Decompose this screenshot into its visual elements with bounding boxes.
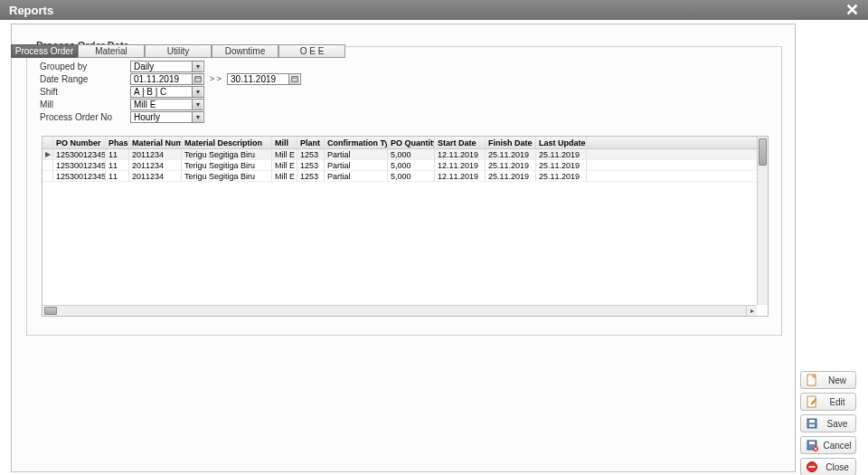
new-icon (805, 373, 819, 387)
col-material-description[interactable]: Material Description (182, 137, 272, 148)
edit-button[interactable]: Edit (800, 393, 856, 411)
grid-body: ▶125300123456112011234Terigu Segitiga Bi… (42, 149, 768, 182)
horizontal-scrollbar[interactable]: ▸ (42, 305, 757, 316)
action-buttons: New Edit Save Cancel Close (800, 371, 856, 475)
table-row[interactable]: 125300123456112011234Terigu Segitiga Bir… (42, 160, 768, 171)
cancel-icon (805, 438, 819, 452)
titlebar: Reports ✕ (0, 0, 868, 20)
tab-material[interactable]: Material (78, 44, 145, 58)
edit-icon (805, 394, 819, 409)
select-grouped-by[interactable]: Daily ▾ (130, 61, 204, 72)
close-icon[interactable]: ✕ (845, 2, 859, 18)
select-mill[interactable]: Mill E ▾ (130, 99, 204, 110)
reports-window: Reports ✕ Process Order Material Utility… (0, 0, 868, 475)
date-from-input[interactable]: 01.11.2019 (130, 73, 204, 85)
vertical-scrollbar[interactable] (757, 137, 768, 305)
label-po-no: Process Order No (40, 112, 130, 122)
filter-form: Grouped by Daily ▾ Date Range 01.11.2019 (40, 60, 301, 123)
close-button[interactable]: Close (800, 458, 856, 475)
svg-rect-0 (194, 77, 200, 82)
calendar-icon (288, 74, 299, 84)
tab-oee[interactable]: O E E (278, 44, 345, 58)
save-button[interactable]: Save (800, 414, 856, 432)
label-grouped-by: Grouped by (40, 62, 130, 71)
range-separator: > > (210, 74, 222, 83)
new-button[interactable]: New (800, 371, 856, 389)
col-mill[interactable]: Mill (272, 137, 297, 148)
col-finish-date[interactable]: Finish Date (486, 137, 536, 148)
col-plant[interactable]: Plant (297, 137, 325, 148)
col-po-quantity[interactable]: PO Quantity (388, 137, 435, 148)
tab-downtime[interactable]: Downtime (212, 44, 278, 58)
svg-rect-10 (809, 442, 815, 444)
grid-header: PO Number Phase Material Number Material… (42, 137, 768, 149)
row-indicator (42, 171, 53, 181)
process-order-fieldset: Process Order Data Grouped by Daily ▾ Da… (26, 46, 782, 336)
save-icon (805, 416, 819, 431)
window-title: Reports (9, 4, 53, 17)
chevron-down-icon: ▾ (192, 87, 203, 97)
col-phase[interactable]: Phase (106, 137, 129, 148)
svg-rect-8 (809, 424, 815, 427)
col-material-number[interactable]: Material Number (129, 137, 182, 148)
svg-rect-13 (809, 466, 816, 468)
label-mill: Mill (40, 100, 130, 109)
window-body: Process Order Material Utility Downtime … (0, 20, 868, 475)
row-indicator (42, 160, 53, 170)
table-row[interactable]: ▶125300123456112011234Terigu Segitiga Bi… (42, 149, 768, 160)
chevron-down-icon: ▾ (192, 100, 203, 109)
label-date-range: Date Range (40, 74, 130, 84)
chevron-down-icon: ▾ (192, 62, 203, 71)
svg-rect-2 (291, 77, 297, 82)
col-start-date[interactable]: Start Date (435, 137, 486, 148)
col-confirmation-type[interactable]: Confirmation Type (325, 137, 388, 148)
date-to-input[interactable]: 30.11.2019 (227, 73, 301, 85)
scroll-right-icon[interactable]: ▸ (746, 306, 757, 316)
tabstrip: Process Order Material Utility Downtime … (11, 44, 345, 58)
chevron-down-icon: ▾ (192, 112, 203, 122)
table-row[interactable]: 125300123456112011234Terigu Segitiga Bir… (42, 171, 768, 182)
select-po-no[interactable]: Hourly ▾ (130, 111, 204, 123)
select-shift[interactable]: A | B | C ▾ (130, 86, 204, 98)
cancel-button[interactable]: Cancel (800, 436, 856, 454)
main-panel: Process Order Data Grouped by Daily ▾ Da… (11, 24, 796, 472)
data-grid: PO Number Phase Material Number Material… (42, 136, 769, 317)
close-icon (805, 460, 819, 474)
calendar-icon (192, 74, 203, 84)
tab-utility[interactable]: Utility (145, 44, 212, 58)
svg-rect-7 (809, 420, 815, 423)
label-shift: Shift (40, 87, 130, 97)
col-last-update[interactable]: Last Update (536, 137, 587, 148)
col-po-number[interactable]: PO Number (53, 137, 106, 148)
tab-process-order[interactable]: Process Order (11, 44, 78, 58)
scrollbar-thumb[interactable] (44, 307, 57, 315)
scrollbar-thumb[interactable] (759, 138, 767, 166)
row-indicator: ▶ (42, 149, 53, 159)
